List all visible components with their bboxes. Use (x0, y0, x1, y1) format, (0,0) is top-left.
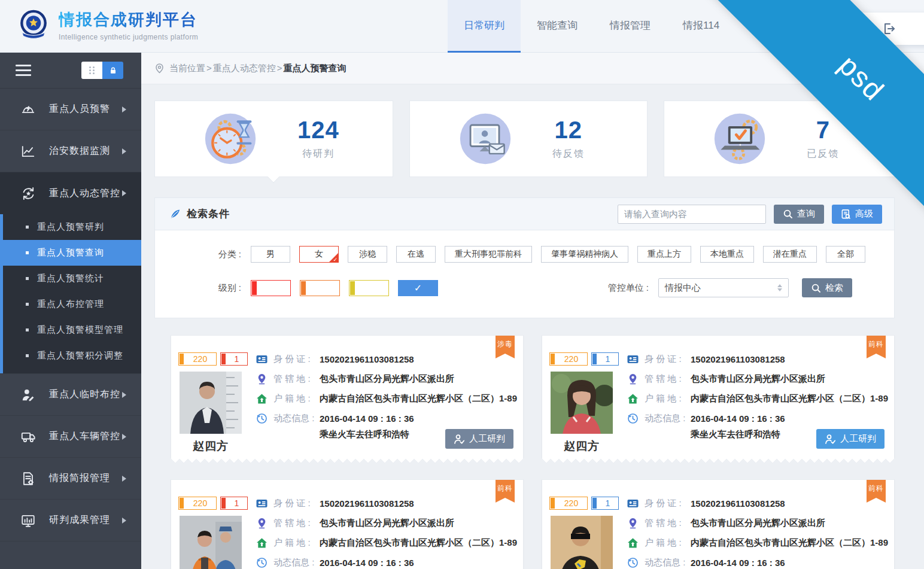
query-label: 查询 (797, 208, 815, 220)
category-filter-button[interactable]: 重大刑事犯罪前科 (445, 246, 532, 263)
category-filter-button[interactable]: 全部 (826, 246, 865, 263)
field-label: 动态信息 : (645, 413, 691, 424)
sidebar-item-intel-briefing-management[interactable]: 情报简报管理 (0, 458, 141, 500)
category-filter-button[interactable]: 男 (251, 246, 290, 263)
bullet-icon (26, 303, 29, 306)
sidebar-subitem-alert-model-management[interactable]: 重点人预警模型管理 (3, 317, 141, 343)
nav-tab-daily-judgment[interactable]: 日常研判 (448, 0, 521, 53)
stats-row: 124 待研判 12 待反馈 7 已反馈 (154, 101, 902, 177)
field-label: 管 辖 地 : (273, 518, 320, 529)
field-value: 2016-04-14 09 : 16 : 36 (691, 413, 785, 424)
field-label: 管 辖 地 : (273, 373, 320, 385)
score-badge: 220 (178, 352, 217, 366)
sidebar-item-key-person-dynamic-control[interactable]: 重点人动态管控 (0, 172, 141, 214)
breadcrumb-segment[interactable]: 重点人预警查询 (284, 63, 346, 73)
stat-card-1[interactable]: 12 待反馈 (409, 101, 648, 177)
sidebar-item-label: 重点人临时布控 (49, 388, 122, 401)
select-arrows-icon (777, 282, 782, 294)
stat-label: 待反馈 (552, 148, 585, 160)
level-filter-box-0[interactable] (251, 280, 291, 296)
advanced-button[interactable]: 高级 (832, 205, 882, 224)
nav-tab-intel-management[interactable]: 情报管理 (594, 0, 667, 53)
field-row: 管 辖 地 : 包头市青山区分局光辉小区派出所 (627, 518, 887, 529)
alarm-icon (20, 102, 36, 117)
category-filter-button[interactable]: 在逃 (396, 246, 436, 263)
sidebar-item-key-person-alert[interactable]: 重点人员预警 (0, 89, 141, 130)
sidebar-lock-toggle[interactable] (81, 62, 123, 79)
field-row: 身 份 证 : 1502021961103081258 (627, 498, 887, 509)
sidebar-subitem-alert-judgment[interactable]: 重点人预警研判 (3, 214, 141, 240)
field-row: 户 籍 地 : 内蒙古自治区包头市青山区光辉小区（二区）1-89 (256, 537, 516, 549)
unit-select-value: 情报中心 (665, 282, 701, 294)
home-icon (256, 393, 268, 404)
sidebar-item-judgment-results-management[interactable]: 研判成果管理 (0, 500, 141, 541)
field-label: 动态信息 : (273, 557, 320, 568)
level-filter-box-1[interactable] (300, 280, 340, 296)
sidebar: 重点人员预警 治安数据监测 重点人动态管控 重点人预警研判 重点人预警查询 重点… (0, 53, 141, 569)
field-label: 管 辖 地 : (645, 373, 691, 385)
sidebar-item-label: 重点人车辆管控 (49, 430, 122, 443)
field-row: 动态信息 : 2016-04-14 09 : 16 : 36 (627, 413, 887, 424)
chevron-right-icon (122, 392, 129, 398)
stat-value: 12 (552, 118, 585, 142)
police-badge-logo (17, 8, 50, 42)
field-row: 户 籍 地 : 内蒙古自治区包头市青山区光辉小区（二区）1-89 (627, 393, 887, 404)
nav-tab-intel-114[interactable]: 情报114 (667, 0, 735, 53)
sidebar-item-key-person-vehicle-control[interactable]: 重点人车辆管控 (0, 416, 141, 458)
sidebar-item-key-person-temp-control[interactable]: 重点人临时布控 (0, 374, 141, 416)
category-filter-button[interactable]: 本地重点 (700, 246, 754, 263)
query-button[interactable]: 查询 (774, 205, 824, 224)
sidebar-subitem-alert-score-adjust[interactable]: 重点人预警积分调整 (3, 343, 141, 369)
nav-tab-smart-query[interactable]: 智能查询 (521, 0, 594, 53)
sidebar-item-label: 重点人员预警 (49, 103, 122, 115)
search-input[interactable] (618, 205, 766, 224)
manual-judgment-button[interactable]: 人工研判 (816, 429, 885, 449)
category-filter-button[interactable]: 涉稳 (348, 246, 387, 263)
sidebar-subitem-alert-stats[interactable]: 重点人预警统计 (3, 266, 141, 291)
sidebar-submenu: 重点人预警研判 重点人预警查询 重点人预警统计 重点人布控管理 重点人预警模型管… (0, 214, 141, 373)
report-icon (20, 471, 36, 486)
card-fields: 身 份 证 : 1502021961103081258 管 辖 地 : 包头市青… (627, 498, 887, 569)
field-label: 户 籍 地 : (645, 537, 691, 549)
category-filter-button[interactable]: 重点上方 (637, 246, 691, 263)
sidebar-subitem-label: 重点人预警查询 (37, 247, 104, 258)
breadcrumb-segment: 当前位置 (169, 63, 205, 73)
sidebar-subitem-alert-query[interactable]: 重点人预警查询 (3, 240, 141, 266)
level-filter-box-2[interactable] (349, 280, 389, 296)
brand: 情报合成研判平台 Intelligence synthetic judgment… (17, 8, 198, 42)
rank-badge: 1 (220, 352, 248, 366)
level-filter-box-3[interactable]: ✓ (398, 280, 438, 296)
chevron-right-icon (122, 107, 129, 112)
bullet-icon (26, 251, 29, 254)
id-card-icon (627, 498, 639, 509)
breadcrumb-segment[interactable]: 重点人动态管控 (213, 63, 276, 73)
unit-label: 管控单位 : (608, 282, 649, 294)
retrieve-button[interactable]: 检索 (802, 278, 852, 297)
field-value: 包头市青山区分局光辉小区派出所 (320, 518, 454, 529)
category-filter-button[interactable]: 肇事肇祸精神病人 (541, 246, 628, 263)
sidebar-subitem-control-management[interactable]: 重点人布控管理 (3, 291, 141, 317)
stat-card-0[interactable]: 124 待研判 (154, 101, 393, 177)
field-label: 户 籍 地 : (273, 537, 320, 549)
card-tag-ribbon: 涉毒 (496, 336, 515, 354)
retrieve-label: 检索 (825, 282, 843, 294)
sidebar-group-key-person-dynamic-control: 重点人动态管控 重点人预警研判 重点人预警查询 重点人预警统计 重点人布控管理 … (0, 172, 141, 374)
panel-title: 检索条件 (187, 207, 230, 221)
field-label: 动态信息 : (273, 413, 320, 424)
sidebar-item-security-data-monitor[interactable]: 治安数据监测 (0, 130, 141, 172)
field-value: 2016-04-14 09 : 16 : 36 (691, 558, 785, 568)
category-filter-button[interactable]: 女 (299, 246, 339, 263)
sidebar-subitem-label: 重点人预警模型管理 (37, 324, 123, 336)
suspect-photo (551, 516, 613, 569)
stat-label: 已反馈 (807, 148, 839, 160)
field-row: 户 籍 地 : 内蒙古自治区包头市青山区光辉小区（二区）1-89 (256, 393, 516, 404)
location-pin-icon (627, 373, 639, 385)
unit-select[interactable]: 情报中心 (658, 278, 789, 297)
field-row: 身 份 证 : 1502021961103081258 (627, 354, 887, 365)
clock-hourglass-icon (203, 111, 258, 166)
manual-judgment-button[interactable]: 人工研判 (445, 429, 513, 449)
rank-badge: 1 (591, 497, 619, 510)
category-filter-button[interactable]: 潜在重点 (763, 246, 817, 263)
menu-hamburger-icon[interactable] (16, 62, 31, 79)
bullet-icon (26, 277, 29, 280)
